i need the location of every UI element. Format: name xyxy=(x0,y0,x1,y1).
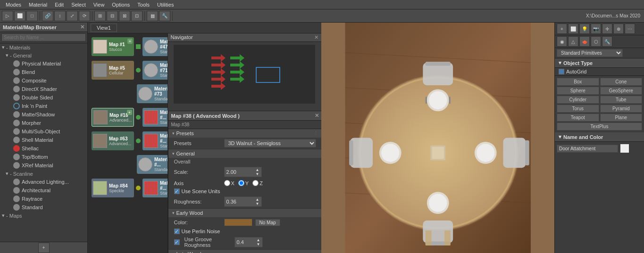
item-directx-shader[interactable]: DirectX Shader xyxy=(4,85,87,93)
node-map5-left[interactable]: Map #5 Cellular xyxy=(92,61,134,80)
late-wood-header[interactable]: ▾ Late Wood xyxy=(168,250,321,253)
btn-cone[interactable]: Cone xyxy=(600,78,643,86)
btn-teapot[interactable]: Teapot xyxy=(557,114,599,122)
object-color-swatch[interactable] xyxy=(620,144,629,153)
menu-edit[interactable]: Edit xyxy=(51,2,67,8)
item-blend[interactable]: Blend xyxy=(4,68,87,76)
name-color-header[interactable]: ▾ Name and Color xyxy=(555,132,644,142)
node-map1-add[interactable]: + xyxy=(127,39,133,44)
map38-close[interactable]: ✕ xyxy=(315,113,319,119)
item-xref-material[interactable]: XRef Material xyxy=(4,161,87,170)
item-composite[interactable]: Composite xyxy=(4,76,87,85)
node-graph-area[interactable]: Map #1 Stucco + Material #47 Standard xyxy=(88,33,167,253)
node-mat-adv2[interactable]: Material #... Standard xyxy=(142,131,167,150)
btn-plane[interactable]: Plane xyxy=(600,114,643,122)
right-btn-space[interactable]: ⊕ xyxy=(613,24,624,34)
maps-header[interactable]: ▾ - Maps xyxy=(0,212,87,220)
node-mat-empty-right[interactable]: Material #... Standard xyxy=(137,155,167,174)
toolbar-btn-11[interactable]: ⊡ xyxy=(131,11,142,21)
standard-primitives-dropdown[interactable]: Standard Primitives xyxy=(557,49,623,57)
toolbar-btn-2[interactable]: ⬜ xyxy=(14,11,25,21)
groove-arrows[interactable]: ▲▼ xyxy=(257,238,260,246)
groove-spinner[interactable]: 0.4 ▲▼ xyxy=(234,237,263,247)
general-header[interactable]: ▾ - General xyxy=(4,51,87,59)
item-advanced-lighting[interactable]: Advanced Lighting... xyxy=(4,178,87,186)
autogrid-checkbox[interactable] xyxy=(559,69,564,74)
no-map-btn[interactable]: No Map xyxy=(255,219,280,226)
presets-dropdown[interactable]: 3D Walnut - Semigloss xyxy=(224,139,316,147)
toolbar-btn-4[interactable]: 🔗 xyxy=(42,11,53,21)
item-shellac[interactable]: Shellac xyxy=(4,144,87,153)
axis-y-radio[interactable] xyxy=(238,180,244,186)
item-top-bottom[interactable]: Top/Bottom xyxy=(4,153,87,161)
btn-tube[interactable]: Tube xyxy=(600,96,643,104)
btn-torus[interactable]: Torus xyxy=(557,105,599,113)
right-btn-helper[interactable]: ✛ xyxy=(602,24,612,34)
materials-header[interactable]: ▾ - Materials xyxy=(0,43,87,51)
item-standard[interactable]: Standard xyxy=(4,203,87,212)
item-raytrace[interactable]: Raytrace xyxy=(4,195,87,203)
toolbar-btn-3[interactable]: □ xyxy=(26,11,38,21)
right-btn-light[interactable]: 💡 xyxy=(579,24,590,34)
use-groove-checkbox[interactable]: ✓ xyxy=(174,239,180,245)
toolbar-btn-10[interactable]: ⊠ xyxy=(119,11,130,21)
right-btn-more[interactable]: ⋯ xyxy=(625,24,635,34)
btn-sphere[interactable]: Sphere xyxy=(557,87,599,95)
item-matte-shadow[interactable]: Matte/Shadow xyxy=(4,110,87,119)
node-map63-left[interactable]: Map #63 Advanced... xyxy=(92,131,134,150)
scanline-header[interactable]: ▾ - Scanline xyxy=(4,170,87,178)
toolbar-btn-6[interactable]: ⤢ xyxy=(67,11,78,21)
right-btn-plus[interactable]: + xyxy=(557,24,567,34)
item-double-sided[interactable]: Double Sided xyxy=(4,93,87,102)
item-ink-paint[interactable]: Ink 'n Paint xyxy=(4,102,87,110)
right-btn-teapot[interactable]: 🫖 xyxy=(579,36,590,47)
use-perlin-checkbox[interactable]: ✓ xyxy=(174,229,180,234)
menu-modes[interactable]: Modes xyxy=(2,2,25,8)
navigator-close[interactable]: ✕ xyxy=(314,34,318,41)
axis-y[interactable]: Y xyxy=(238,180,249,186)
btn-box[interactable]: Box xyxy=(557,78,599,86)
menu-view[interactable]: View xyxy=(90,2,109,8)
node-mat71[interactable]: Material #71 Standard xyxy=(142,61,167,80)
menu-utilities[interactable]: Utilities xyxy=(153,2,177,8)
item-morpher[interactable]: Morpher xyxy=(4,119,87,127)
axis-z[interactable]: Z xyxy=(252,180,263,186)
item-architectural[interactable]: Architectural xyxy=(4,186,87,195)
use-scene-units-checkbox[interactable]: ✓ xyxy=(174,188,180,194)
roughness-arrows[interactable]: ▲▼ xyxy=(256,197,259,206)
toolbar-btn-13[interactable]: 🔧 xyxy=(159,11,170,21)
toolbar-btn-9[interactable]: ⊟ xyxy=(107,11,118,21)
node-mat-adv1[interactable]: Material #... Standard xyxy=(142,108,167,127)
axis-z-radio[interactable] xyxy=(252,180,259,186)
search-input[interactable] xyxy=(1,33,86,41)
roughness-spinner[interactable]: 0.36 ▲▼ xyxy=(224,196,262,207)
general-map-header[interactable]: ▾ General xyxy=(168,149,321,158)
early-wood-color-swatch[interactable] xyxy=(224,219,252,226)
menu-tools[interactable]: Tools xyxy=(134,2,153,8)
object-type-header[interactable]: ▾ Object Type xyxy=(555,58,644,68)
btn-cylinder[interactable]: Cylinder xyxy=(557,96,599,104)
menu-options[interactable]: Options xyxy=(108,2,134,8)
menu-material[interactable]: Material xyxy=(25,2,51,8)
right-btn-donut[interactable]: ⬡ xyxy=(591,36,601,47)
node-mat73-right[interactable]: Material #73 Standard xyxy=(137,84,167,103)
btn-geosphere[interactable]: GeoSphere xyxy=(600,87,643,95)
scale-spinner[interactable]: 2.00 ▲▼ xyxy=(224,167,262,177)
item-physical-material[interactable]: Physical Material xyxy=(4,59,87,68)
btn-textplus[interactable]: TextPlus xyxy=(557,122,642,131)
presets-header[interactable]: ▾ Presets ⋮ xyxy=(168,129,321,138)
node-mat47[interactable]: Material #47 Standard xyxy=(142,37,167,56)
node-map18-left[interactable]: Map #18 Advanced... + xyxy=(92,108,134,127)
menu-select[interactable]: Select xyxy=(67,2,90,8)
node-map18-add[interactable]: + xyxy=(127,110,132,115)
right-btn-sphere[interactable]: ◉ xyxy=(557,36,567,47)
early-wood-header[interactable]: ▾ Early Wood xyxy=(168,209,321,217)
node-mat84-right[interactable]: Material #... Standard xyxy=(142,179,167,197)
browser-add-btn[interactable]: + xyxy=(38,243,50,253)
toolbar-btn-12[interactable]: ▦ xyxy=(147,11,158,21)
right-btn-wrench[interactable]: 🔧 xyxy=(602,36,612,47)
item-multi-sub[interactable]: Multi/Sub-Object xyxy=(4,127,87,136)
toolbar-btn-7[interactable]: ⟳ xyxy=(79,11,90,21)
toolbar-btn-1[interactable]: ▷ xyxy=(2,11,13,21)
toolbar-btn-8[interactable]: ⊞ xyxy=(94,11,106,21)
